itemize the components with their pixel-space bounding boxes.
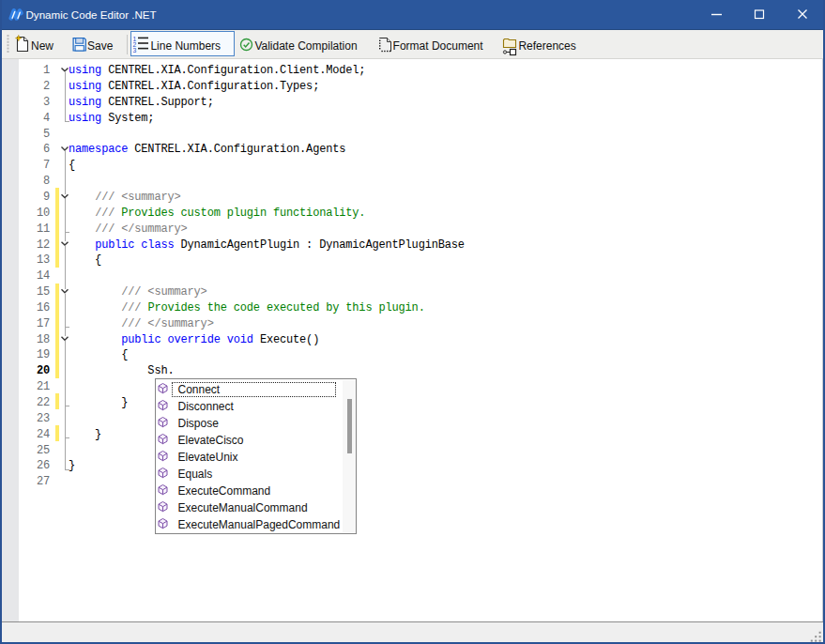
svg-text:3: 3: [133, 47, 137, 54]
